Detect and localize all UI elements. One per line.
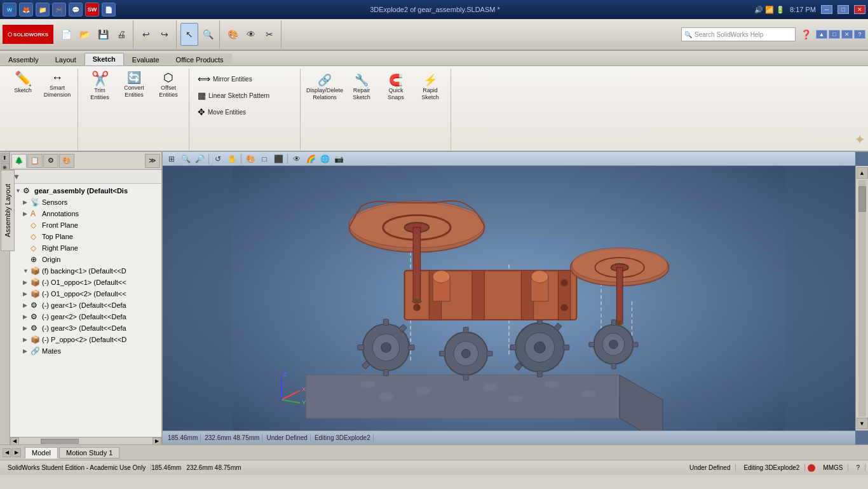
close-btn[interactable]: ✕ <box>854 5 865 14</box>
tree-item-backing[interactable]: ▼ 📦 (f) backing<1> (Default<<D <box>10 265 161 277</box>
maximize-btn[interactable]: □ <box>837 5 849 14</box>
offset-entities-button[interactable]: ⬡ OffsetEntities <box>152 69 185 107</box>
firefox-btn[interactable]: 🦊 <box>19 3 33 17</box>
sidebar-scrollbar[interactable]: ◀ ▶ <box>10 437 161 444</box>
assembly-icon: ⚙ <box>23 186 33 195</box>
assembly-layout-tab[interactable]: Assembly Layout <box>1 170 15 251</box>
help-btn[interactable]: ? <box>851 464 865 471</box>
tab-assembly[interactable]: Assembly <box>0 53 47 65</box>
rapid-sketch-button[interactable]: ⚡ RapidSketch <box>414 71 447 109</box>
motion-study-tab[interactable]: Motion Study 1 <box>59 447 119 458</box>
tree-item-gear2[interactable]: ▶ ⚙ (-) gear<2> (Default<<Defa <box>10 311 161 322</box>
files-btn[interactable]: 📄 <box>102 3 116 17</box>
view-btn[interactable]: 👁 <box>242 23 260 46</box>
tree-item-gear1[interactable]: ▶ ⚙ (-) gear<1> (Default<<Defa <box>10 300 161 311</box>
tab-sketch[interactable]: Sketch <box>85 53 124 65</box>
scroll-down-btn[interactable]: ▼ <box>857 418 868 429</box>
tab-scroll-right[interactable]: ▶ <box>12 448 21 457</box>
start-button[interactable]: W <box>3 3 17 17</box>
feature-tree[interactable]: ▼ ⚙ gear_assembly (Default<Dis ▶ 📡 Senso… <box>10 184 161 437</box>
convert-entities-button[interactable]: 🔄 ConvertEntities <box>118 69 151 107</box>
tree-item-front-plane[interactable]: ◇ Front Plane <box>10 219 161 231</box>
tree-item-sensors[interactable]: ▶ 📡 Sensors <box>10 196 161 208</box>
tree-item-root[interactable]: ▼ ⚙ gear_assembly (Default<Dis <box>10 185 161 196</box>
select-btn[interactable]: ↖ <box>180 23 198 46</box>
config-tab[interactable]: ⚙ <box>43 154 58 168</box>
scroll-thumb[interactable] <box>41 439 79 444</box>
3d-viewport[interactable]: ⊞ 🔍 🔎 ↺ ✋ 🎨 □ ⬛ 👁 🌈 🌐 📷 <box>163 152 868 444</box>
ribbon-close[interactable]: ✕ <box>841 30 853 39</box>
hide-show-btn[interactable]: 👁 <box>290 153 303 165</box>
help-btn[interactable]: ❓ <box>797 23 815 46</box>
move-entities-button[interactable]: ✥ Move Entities <box>194 104 296 120</box>
section-view-btn[interactable]: □ <box>258 153 271 165</box>
svg-point-7 <box>416 387 430 394</box>
lp-btn-1[interactable]: ⬆ <box>1 153 10 162</box>
minimize-btn[interactable]: ─ <box>821 5 832 14</box>
undo-btn[interactable]: ↩ <box>137 23 155 46</box>
vscroll-thumb[interactable] <box>858 186 866 212</box>
appearance-tab[interactable]: 🎨 <box>59 154 74 168</box>
steam-btn[interactable]: 🎮 <box>52 3 66 17</box>
tab-office[interactable]: Office Products <box>168 53 232 65</box>
display-mode-btn[interactable]: 🎨 <box>224 23 241 46</box>
discord-btn[interactable]: 💬 <box>69 3 83 17</box>
tree-item-origin[interactable]: ⊕ Origin <box>10 254 161 265</box>
zoom-out-btn[interactable]: 🔎 <box>193 153 206 165</box>
zoom-in-btn[interactable]: 🔍 <box>179 153 192 165</box>
display-delete-button[interactable]: 🔗 Display/DeleteRelations <box>306 71 344 109</box>
scroll-up-btn[interactable]: ▲ <box>857 167 868 179</box>
display-style-btn[interactable]: 🎨 <box>244 153 257 165</box>
folder-btn[interactable]: 📁 <box>36 3 50 17</box>
view-orient-btn[interactable]: ⬛ <box>272 153 285 165</box>
zoom-btn[interactable]: 🔍 <box>199 23 217 46</box>
new-btn[interactable]: 📄 <box>57 23 75 46</box>
property-tab[interactable]: 📋 <box>27 154 43 168</box>
quick-snaps-button[interactable]: 🧲 QuickSnaps <box>379 71 412 109</box>
tree-item-gear3[interactable]: ▶ ⚙ (-) gear<3> (Default<<Defa <box>10 322 161 334</box>
tree-item-right-plane[interactable]: ◇ Right Plane <box>10 242 161 254</box>
scene-btn[interactable]: 🌐 <box>318 153 331 165</box>
scroll-left[interactable]: ◀ <box>10 437 19 445</box>
ribbon-restore[interactable]: □ <box>829 30 840 39</box>
tree-item-o1oppo1[interactable]: ▶ 📦 (-) O1_oppo<1> (Default<< <box>10 277 161 288</box>
zoom-to-fit-btn[interactable]: ⊞ <box>165 153 178 165</box>
scroll-right[interactable]: ▶ <box>153 437 161 445</box>
bracket-assembly[interactable] <box>405 270 577 319</box>
tree-item-poppo2[interactable]: ▶ 📦 (-) P_oppo<2> (Default<<D <box>10 334 161 345</box>
open-btn[interactable]: 📂 <box>76 23 93 46</box>
search-box[interactable]: 🔍 Search SolidWorks Help <box>681 27 796 41</box>
tree-item-mates[interactable]: ▶ 🔗 Mates <box>10 345 161 357</box>
ribbon-minimize[interactable]: ▲ <box>816 30 827 39</box>
sect-view-btn[interactable]: ✂ <box>261 23 278 46</box>
rotate-btn[interactable]: ↺ <box>212 153 224 165</box>
tab-evaluate[interactable]: Evaluate <box>124 53 168 65</box>
pan-btn[interactable]: ✋ <box>226 153 238 165</box>
linear-sketch-pattern-button[interactable]: ▦ Linear Sketch Pattern <box>194 88 296 103</box>
tree-item-annotations[interactable]: ▶ A Annotations <box>10 208 161 219</box>
sketch-button[interactable]: ✏️ Sketch <box>6 69 39 107</box>
feature-tree-tab[interactable]: 🌲 <box>11 154 27 168</box>
vertical-scrollbar[interactable]: ▲ ▼ <box>855 166 868 430</box>
redo-btn[interactable]: ↪ <box>156 23 173 46</box>
sw-btn[interactable]: SW <box>85 3 99 17</box>
expand-sidebar-btn[interactable]: ≫ <box>145 154 160 168</box>
tree-item-top-plane[interactable]: ◇ Top Plane <box>10 231 161 242</box>
photo-btn[interactable]: 📷 <box>332 153 345 165</box>
assembly-view[interactable]: X Y Z <box>163 166 855 430</box>
svg-text:Z: Z <box>283 371 287 378</box>
entities-section-label <box>83 148 185 150</box>
sw-help[interactable]: ? <box>854 30 865 39</box>
mirror-entities-button[interactable]: ⟺ Mirror Entities <box>194 71 296 86</box>
model-tab[interactable]: Model <box>25 447 58 458</box>
save-btn[interactable]: 💾 <box>94 23 112 46</box>
appearance-btn[interactable]: 🌈 <box>304 153 317 165</box>
smart-dimension-button[interactable]: ↔ SmartDimension <box>41 69 74 107</box>
repair-sketch-button[interactable]: 🔧 RepairSketch <box>345 71 378 109</box>
print-btn[interactable]: 🖨 <box>112 23 130 46</box>
trim-entities-button[interactable]: ✂️ TrimEntities <box>83 69 116 107</box>
tab-layout[interactable]: Layout <box>47 53 85 65</box>
tab-scroll-left[interactable]: ◀ <box>3 448 11 457</box>
tree-item-o1oppo2[interactable]: ▶ 📦 (-) O1_oppo<2> (Default<< <box>10 288 161 300</box>
expand-icon: ▶ <box>23 210 31 217</box>
